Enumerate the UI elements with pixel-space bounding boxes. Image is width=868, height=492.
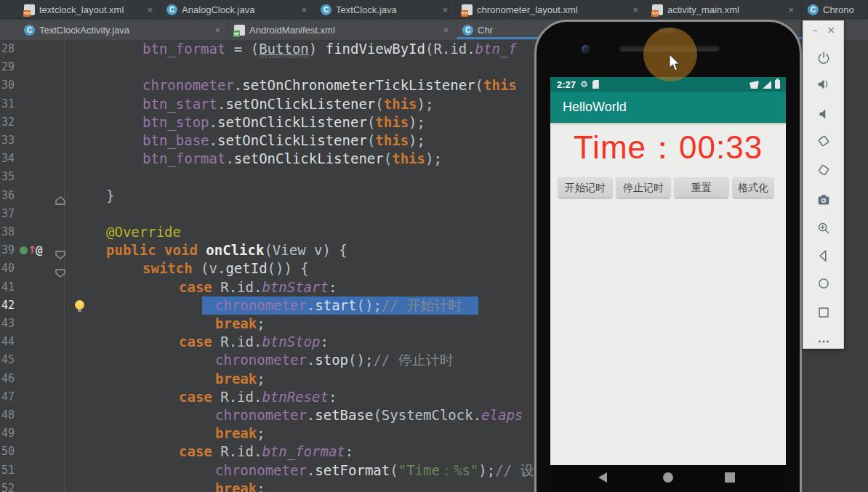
emu-home-button[interactable] [816, 275, 832, 291]
stop-timing-button[interactable]: 停止记时 [616, 177, 670, 198]
code-token: (v. [193, 260, 226, 276]
tab-close-icon[interactable]: × [441, 25, 450, 36]
code-text: break; [215, 480, 265, 492]
java-class-icon: C [462, 25, 473, 36]
code-token [198, 242, 206, 258]
emu-zoom-button[interactable] [816, 220, 832, 236]
emu-rotate-left-button[interactable] [816, 133, 832, 149]
nav-home-button[interactable] [663, 472, 673, 483]
editor-tab[interactable]: CTextClockActivity.java× [18, 20, 228, 40]
tab-close-icon[interactable]: × [300, 4, 308, 15]
tab-close-icon[interactable]: × [441, 4, 449, 15]
more-icon [819, 341, 829, 343]
code-text: break; [215, 370, 265, 388]
code-token: @Override [106, 224, 181, 240]
code-token: (); [357, 297, 382, 313]
code-text: btn_base.setOnClickListener(this); [142, 132, 425, 150]
code-token: : [345, 443, 353, 459]
code-token: . [307, 462, 315, 478]
code-text: } [106, 187, 114, 205]
emu-volume-up-button[interactable] [816, 76, 832, 92]
code-token: ); [417, 96, 434, 112]
code-token: (View v) { [264, 242, 347, 258]
editor-tab[interactable]: AndroidManifest.xml× [228, 20, 457, 40]
code-token: btnReset [262, 389, 329, 405]
phone-emulator[interactable]: 2:27 ⚙ HelloWorld Time：00:33 开始记时停止记时重置格… [534, 20, 802, 492]
editor-tab[interactable]: activity_main.xml× [646, 0, 802, 20]
code-token: R.id. [212, 443, 262, 459]
code-token: . [307, 407, 315, 423]
annotation-gutter-icon: @ [36, 241, 43, 259]
code-token: setOnClickListener [217, 114, 367, 130]
code-token: this [483, 77, 517, 93]
editor-tab[interactable]: CChrono [802, 0, 868, 20]
java-class-icon: C [166, 4, 177, 15]
close-icon[interactable]: × [825, 24, 837, 36]
status-clock: 2:27 [557, 79, 576, 90]
front-camera-icon [582, 45, 590, 53]
gutter-line-number: 48 [1, 406, 20, 424]
code-token: btn_format [142, 41, 225, 57]
code-text: chronometer.setBase(SystemClock.elaps [215, 406, 523, 424]
code-token: case [179, 279, 212, 295]
code-token [156, 242, 164, 258]
code-text: case R.id.btn_format: [179, 443, 353, 461]
code-token: chronometer [215, 462, 307, 478]
emu-volume-down-button[interactable] [816, 106, 832, 122]
emu-camera-button[interactable] [816, 192, 832, 208]
code-token: setFormat [315, 462, 390, 478]
nav-back-button[interactable] [598, 472, 607, 483]
overview-icon [819, 308, 828, 317]
code-token: . [225, 150, 233, 166]
override-gutter-icon[interactable] [20, 246, 28, 254]
code-token: btnStop [262, 334, 320, 350]
code-token: btn_start [142, 96, 217, 112]
reset-button[interactable]: 重置 [675, 177, 728, 198]
java-class-icon: C [808, 4, 819, 15]
tab-close-icon[interactable]: × [631, 4, 640, 15]
code-token: ( [390, 462, 398, 478]
code-token: break [215, 371, 257, 387]
gutter-line-number: 29 [1, 58, 20, 76]
gutter-line-number: 32 [1, 113, 20, 132]
format-button[interactable]: 格式化 [733, 177, 773, 198]
code-token: ); [478, 462, 495, 478]
editor-tab[interactable]: textclock_layout.xml× [18, 0, 161, 20]
gutter-line-number: 37 [1, 205, 20, 223]
tab-close-icon[interactable]: × [145, 4, 154, 15]
code-token: chronometer [142, 77, 234, 93]
code-token: : [329, 389, 337, 405]
emulator-screen[interactable]: 2:27 ⚙ HelloWorld Time：00:33 开始记时停止记时重置格… [550, 77, 786, 490]
nav-overview-button[interactable] [725, 472, 735, 483]
emu-overview-button[interactable] [816, 305, 832, 320]
volume-up-icon [819, 80, 827, 89]
code-token: this [375, 114, 409, 130]
editor-tab[interactable]: chronometer_layout.xml× [456, 0, 646, 20]
gutter-line-number: 41 [1, 278, 20, 297]
code-text: case R.id.btnStop: [179, 333, 329, 351]
lightbulb-icon[interactable] [75, 300, 84, 310]
code-token: . [209, 132, 217, 148]
editor-tab[interactable]: CAnalogClock.java× [161, 0, 315, 20]
tab-close-icon[interactable]: × [787, 4, 795, 15]
signal-icon [763, 81, 771, 89]
emu-more-button[interactable] [816, 334, 832, 350]
emu-rotate-right-button[interactable] [816, 162, 832, 178]
code-token: case [179, 443, 212, 459]
tab-close-icon[interactable]: × [213, 25, 222, 36]
code-text: btn_format.setOnClickListener(this); [142, 150, 442, 168]
code-text: btn_start.setOnClickListener(this); [142, 95, 433, 113]
code-text: break; [215, 315, 265, 333]
gutter-line-number: 44 [1, 333, 20, 351]
app-bar: HelloWorld [550, 92, 786, 123]
minimize-icon[interactable]: – [809, 24, 821, 36]
code-token: ; [257, 371, 265, 387]
code-token: . [209, 114, 217, 130]
start-timing-button[interactable]: 开始记时 [558, 177, 612, 198]
code-token: public [106, 242, 156, 258]
emu-back-button[interactable] [816, 248, 832, 264]
emu-power-button[interactable] [816, 50, 832, 66]
editor-tab[interactable]: CTextClock.java× [315, 0, 456, 20]
gear-icon: ⚙ [580, 77, 588, 92]
code-token: chronometer [215, 407, 307, 423]
